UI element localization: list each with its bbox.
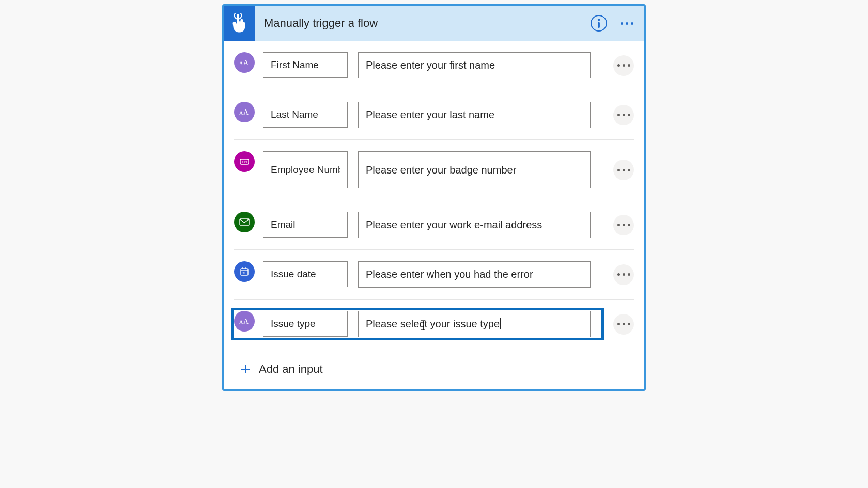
input-row-email: [234, 200, 634, 250]
row-more-button[interactable]: [613, 160, 634, 180]
ellipsis-icon: [617, 273, 630, 276]
add-input-button[interactable]: Add an input: [234, 349, 634, 389]
input-row-issue-type: AA Please select your issue type: [234, 300, 634, 349]
number-type-icon: 123: [234, 151, 255, 172]
input-name-field[interactable]: [263, 311, 348, 337]
input-desc-text: Please select your issue type: [366, 318, 500, 329]
email-type-icon: [234, 212, 255, 232]
plus-icon: [240, 364, 251, 374]
text-type-icon: AA: [234, 311, 255, 332]
input-row-employee-number: 123: [234, 140, 634, 200]
input-row-first-name: AA: [234, 41, 634, 90]
svg-text:123: 123: [242, 160, 247, 164]
ellipsis-icon: [617, 323, 630, 325]
ellipsis-icon: [617, 114, 630, 116]
svg-point-1: [598, 19, 600, 21]
text-type-icon: AA: [234, 52, 255, 73]
input-row-last-name: AA: [234, 90, 634, 140]
header-more-button[interactable]: [616, 13, 637, 34]
svg-text:A: A: [243, 318, 249, 325]
svg-text:A: A: [243, 59, 249, 67]
svg-text:A: A: [239, 319, 243, 325]
add-input-label: Add an input: [259, 363, 323, 376]
ellipsis-icon: [621, 22, 633, 25]
card-header: Manually trigger a flow: [224, 6, 644, 41]
flow-trigger-card: Manually trigger a flow AA: [222, 4, 646, 391]
inputs-body: AA AA 123: [224, 41, 644, 389]
date-type-icon: 21: [234, 261, 255, 282]
input-row-issue-date: 21: [234, 250, 634, 300]
svg-text:21: 21: [243, 272, 246, 275]
text-cursor-icon: [500, 318, 501, 329]
row-more-button[interactable]: [613, 55, 634, 76]
header-title: Manually trigger a flow: [255, 17, 591, 30]
input-desc-field[interactable]: [358, 102, 591, 128]
svg-text:A: A: [239, 110, 243, 116]
input-desc-field[interactable]: [358, 212, 591, 238]
input-name-field[interactable]: [263, 212, 348, 238]
row-more-button[interactable]: [613, 105, 634, 125]
input-name-field[interactable]: [263, 151, 348, 188]
row-more-button[interactable]: [613, 264, 634, 285]
ellipsis-icon: [617, 169, 630, 171]
input-desc-field[interactable]: [358, 151, 591, 188]
row-more-button[interactable]: [613, 215, 634, 235]
svg-rect-2: [598, 22, 600, 28]
input-desc-field[interactable]: [358, 261, 591, 288]
text-type-icon: AA: [234, 102, 255, 122]
input-desc-field[interactable]: [358, 52, 591, 78]
ellipsis-icon: [617, 224, 630, 226]
info-button[interactable]: [591, 15, 607, 32]
input-name-field[interactable]: [263, 102, 348, 128]
svg-text:A: A: [239, 60, 243, 66]
ellipsis-icon: [617, 64, 630, 67]
row-more-button[interactable]: [613, 314, 634, 335]
manual-trigger-icon: [224, 6, 255, 41]
svg-text:A: A: [243, 108, 249, 116]
input-name-field[interactable]: [263, 261, 348, 287]
input-desc-field[interactable]: Please select your issue type: [358, 311, 591, 337]
input-name-field[interactable]: [263, 52, 348, 78]
info-icon: [595, 19, 602, 28]
